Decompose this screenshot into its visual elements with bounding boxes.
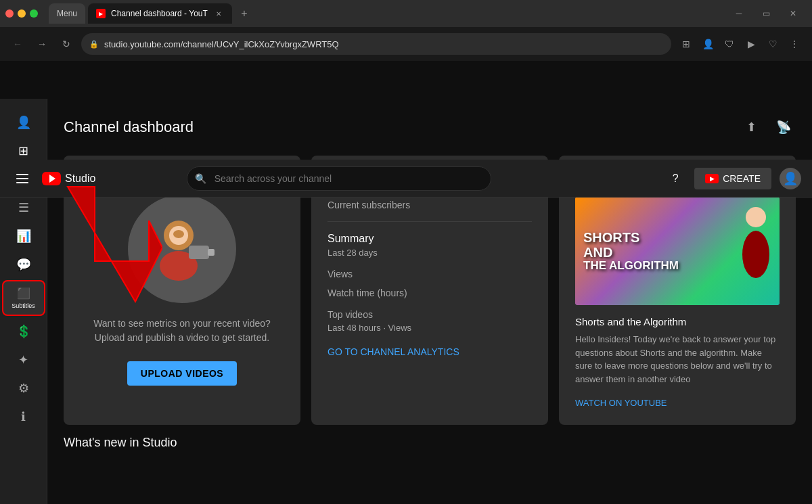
search-bar[interactable]: 🔍 [187,166,491,191]
maximize-window-btn[interactable] [30,9,38,18]
current-subscribers-label: Current subscribers [328,200,532,210]
watch-on-youtube-link[interactable]: WATCH ON YOUTUBE [575,398,667,408]
thumbnail-text: SHORTS AND THE ALGORITHM [583,230,679,273]
sidebar-item-subtitles[interactable]: ⬛ Subtitles [2,280,45,316]
watch-time-label: Watch time (hours) [328,288,532,298]
window-controls [5,9,38,18]
sidebar-subtitles-label: Subtitles [12,302,35,309]
dashboard-icon: ⊞ [18,143,28,158]
person-silhouette [732,204,773,285]
header-actions: ⬆ 📡 [739,115,796,139]
sidebar-item-feedback[interactable]: ℹ [2,404,45,430]
minimize-window-btn[interactable] [18,9,26,18]
address-bar[interactable]: 🔒 studio.youtube.com/channel/UCvY_ilCkXo… [81,33,671,55]
topbar-right: ? ▶ CREATE 👤 [664,168,801,189]
svg-point-7 [742,231,769,278]
create-button[interactable]: ▶ CREATE [694,168,771,189]
thumb-line1: SHORTS [583,230,679,245]
browser-toolbar: ← → ↻ 🔒 studio.youtube.com/channel/UCvY_… [0,27,812,61]
topbar: Studio 🔍 ? ▶ CREATE 👤 [0,160,812,198]
reload-btn[interactable]: ↻ [57,35,76,53]
youtube-logo-icon [42,172,61,185]
create-label: CREATE [723,173,761,184]
top-videos-sub: Last 48 hours · Views [328,323,532,333]
sidebar-item-customization[interactable]: ✦ [2,347,45,373]
svg-rect-3 [208,249,215,256]
menu-tab-label: Menu [57,9,77,18]
channel-dashboard-tab[interactable]: ▶ Channel dashboard - YouT ✕ [88,3,232,24]
menu-icon[interactable]: ⋮ [785,35,804,53]
avatar[interactable]: 👤 [780,168,801,189]
win-minimize-btn[interactable]: ─ [725,3,752,24]
creator-video-title: Shorts and the Algorithm [575,316,780,327]
win-close-btn[interactable]: ✕ [780,3,807,24]
sidebar-item-account[interactable]: 👤 [2,110,45,135]
browser-titlebar: Menu ▶ Channel dashboard - YouT ✕ + ─ ▭ … [0,0,812,27]
tab-close-btn[interactable]: ✕ [213,8,224,19]
win-restore-btn[interactable]: ▭ [752,3,780,24]
page-header: Channel dashboard ⬆ 📡 [64,115,796,139]
whats-new-title: What's new in Studio [64,436,796,450]
creator-description: Hello Insiders! Today we're back to answ… [575,333,780,386]
thumb-line3: THE ALGORITHM [583,260,679,273]
svg-rect-2 [189,246,209,259]
sidebar-item-playlists[interactable]: ☰ [2,195,45,221]
sidebar-item-monetization[interactable]: 💲 [2,319,45,344]
bottom-row: What's new in Studio [64,436,796,450]
new-tab-btn[interactable]: + [235,4,254,23]
feedback-icon: ℹ [21,409,26,424]
upload-illustration [128,195,236,303]
hamburger-btn[interactable] [11,168,34,189]
upload-text: Want to see metrics on your recent video… [93,317,271,345]
thumb-line2: AND [583,245,679,260]
top-videos-section: Top videos Last 48 hours · Views [328,309,532,333]
cameraman-svg [141,208,223,290]
current-subscribers-section: Current subscribers [328,200,532,210]
summary-title: Summary [328,233,532,245]
views-row: Views [328,269,532,279]
upload-description: Want to see metrics on your recent video… [93,318,271,343]
app-wrapper: Studio 🔍 ? ▶ CREATE 👤 👤 [0,99,812,504]
heart-icon[interactable]: ♡ [763,35,782,53]
sidebar-item-comments[interactable]: 💬 [2,252,45,277]
play-icon[interactable]: ▶ [742,35,761,53]
search-icon: 🔍 [195,173,206,184]
extensions-icon[interactable]: ⊞ [677,35,696,53]
watch-time-row: Watch time (hours) [328,288,532,298]
go-to-analytics-link[interactable]: GO TO CHANNEL ANALYTICS [328,346,459,357]
views-label: Views [328,269,532,279]
sidebar-item-settings[interactable]: ⚙ [2,375,45,401]
back-btn[interactable]: ← [8,35,27,53]
monetization-icon: 💲 [16,324,31,339]
summary-section: Summary Last 28 days Views Watch time (h… [328,233,532,298]
svg-point-5 [173,230,184,238]
play-triangle-icon [49,175,55,183]
page-title: Channel dashboard [64,118,194,136]
menu-tab[interactable]: Menu [49,3,85,24]
close-window-btn[interactable] [5,9,14,18]
broadcast-btn[interactable]: 📡 [771,115,796,139]
shield-icon[interactable]: 🛡 [720,35,739,53]
settings-icon: ⚙ [18,381,29,396]
forward-btn[interactable]: → [32,35,51,53]
url-text: studio.youtube.com/channel/UCvY_ilCkXoZY… [104,39,663,49]
sidebar-item-analytics[interactable]: 📊 [2,223,45,249]
create-camera-icon: ▶ [705,174,719,183]
search-input[interactable] [187,166,491,191]
os-window-controls: ─ ▭ ✕ [725,3,807,24]
upload-videos-btn[interactable]: UPLOAD VIDEOS [127,361,237,386]
creator-thumbnail: SHORTS AND THE ALGORITHM [575,197,780,305]
tab-bar: Menu ▶ Channel dashboard - YouT ✕ + [49,3,720,24]
playlists-icon: ☰ [18,200,29,215]
top-videos-title: Top videos [328,309,532,320]
account-icon: 👤 [16,115,31,130]
tab-title: Channel dashboard - YouT [111,9,208,18]
logo: Studio [42,172,95,185]
customization-icon: ✦ [18,352,28,367]
summary-sub: Last 28 days [328,248,532,258]
upload-header-btn[interactable]: ⬆ [739,115,763,139]
comments-icon: 💬 [16,257,31,272]
svg-point-6 [746,207,766,227]
help-btn[interactable]: ? [664,168,686,189]
profile-icon[interactable]: 👤 [698,35,717,53]
